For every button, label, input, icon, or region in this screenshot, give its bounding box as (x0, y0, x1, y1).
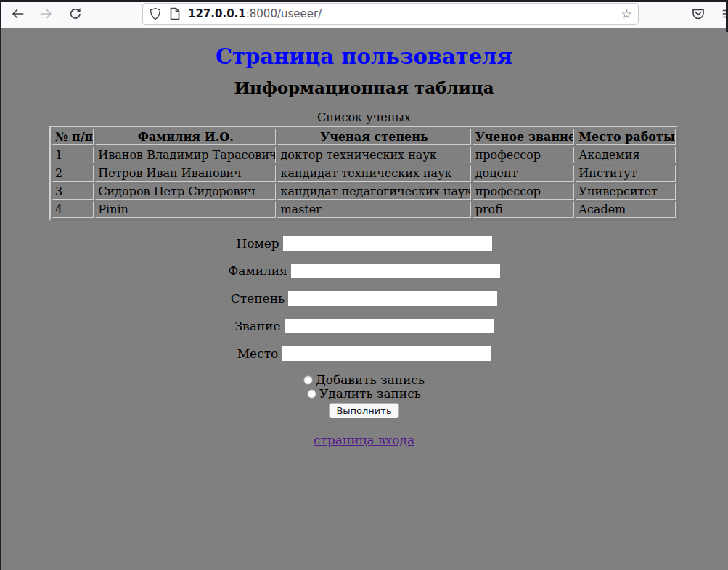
record-form: НомерФамилияСтепеньЗваниеМесто Добавить … (0, 235, 728, 418)
window-border-left (0, 0, 1, 570)
table-row: 3Сидоров Петр Сидоровичкандидат педагоги… (52, 183, 676, 200)
column-header: Ученое звание (473, 129, 575, 145)
shield-icon[interactable] (149, 7, 162, 20)
nav-button-group (10, 7, 97, 21)
table-cell: master (277, 201, 470, 218)
rank-label: Звание (234, 319, 280, 333)
table-cell: профессор (473, 183, 575, 200)
degree-label: Степень (231, 291, 285, 306)
back-button[interactable] (10, 7, 25, 21)
column-header: № п/п (52, 129, 94, 145)
forward-arrow-icon (39, 7, 54, 21)
table-cell: Академия (576, 147, 676, 163)
table-header-row: № п/пФамилия И.О.Ученая степеньУченое зв… (52, 129, 676, 145)
radio-group: Добавить записьУдалить запись (0, 373, 728, 401)
page-title: Страница пользователя (0, 44, 728, 69)
table-cell: Институт (576, 165, 676, 182)
browser-toolbar: 127.0.0.1:8000/useeer/ ☆ (0, 0, 728, 28)
place-label: Место (237, 346, 279, 361)
column-header: Ученая степень (277, 129, 470, 145)
page-info-icon[interactable] (169, 7, 181, 20)
number-input[interactable] (283, 236, 492, 251)
page-subtitle: Информационная таблица (0, 78, 728, 97)
url-path: :8000/useeer/ (246, 7, 322, 20)
rank-input[interactable] (285, 319, 494, 333)
footer-link-row: страница входа (0, 433, 728, 447)
surname-label: Фамилия (228, 264, 287, 278)
table-cell: 3 (52, 183, 94, 200)
back-arrow-icon (10, 7, 25, 21)
toolbar-right-group (691, 7, 728, 21)
login-page-link[interactable]: страница входа (314, 433, 414, 447)
table-cell: профессор (473, 147, 575, 163)
table-row: 4PininmasterprofiAcadem (52, 201, 676, 218)
form-fields: НомерФамилияСтепеньЗваниеМесто (0, 235, 728, 360)
form-row: Место (0, 346, 728, 360)
table-cell: Университет (576, 183, 676, 200)
table-cell: Academ (576, 201, 676, 218)
form-row: Звание (0, 318, 728, 333)
delete-record-radio-label: Удалить запись (319, 386, 421, 401)
submit-row: Выполнить (0, 403, 728, 418)
browser-window: 127.0.0.1:8000/useeer/ ☆ Страница пользо… (0, 0, 728, 570)
pocket-icon[interactable] (691, 7, 705, 21)
table-cell: доцент (473, 165, 575, 182)
table-cell: Сидоров Петр Сидорович (95, 183, 276, 200)
number-label: Номер (236, 236, 279, 251)
degree-input[interactable] (288, 291, 497, 306)
radio-row: Добавить запись (0, 373, 728, 387)
place-input[interactable] (282, 346, 491, 361)
delete-record-radio[interactable] (307, 389, 316, 399)
form-row: Степень (0, 290, 728, 305)
table-cell: Pinin (95, 201, 276, 218)
form-row: Фамилия (0, 263, 728, 277)
table-cell: Петров Иван Иванович (95, 165, 276, 182)
reload-button[interactable] (68, 7, 83, 21)
column-header: Место работы (576, 129, 676, 145)
table-cell: 4 (52, 201, 94, 218)
table-cell: кандидат технических наук (277, 165, 470, 182)
add-record-radio[interactable] (303, 375, 313, 385)
add-record-radio-label: Добавить запись (316, 372, 425, 387)
execute-button[interactable]: Выполнить (329, 403, 398, 418)
window-border-top (0, 0, 728, 2)
table-caption: Список ученых (49, 110, 679, 126)
table-row: 1Иванов Владимир Тарасовичдоктор техниче… (52, 147, 676, 163)
table-cell: доктор технических наук (277, 147, 470, 163)
table-cell: кандидат педагогических наук (277, 183, 470, 200)
page-content: Страница пользователя Информационная таб… (0, 44, 728, 447)
reload-icon (68, 7, 83, 21)
radio-row: Удалить запись (0, 387, 728, 401)
url-text[interactable]: 127.0.0.1:8000/useeer/ (188, 7, 621, 20)
url-host: 127.0.0.1 (188, 7, 246, 20)
forward-button[interactable] (39, 7, 54, 21)
table-cell: 2 (52, 165, 94, 182)
form-row: Номер (0, 235, 728, 250)
surname-input[interactable] (291, 264, 500, 278)
bookmark-star-icon[interactable]: ☆ (621, 8, 632, 20)
scientists-table: Список ученых № п/пФамилия И.О.Ученая ст… (49, 110, 679, 221)
table-cell: profi (473, 201, 575, 218)
table-cell: 1 (52, 147, 94, 163)
url-bar[interactable]: 127.0.0.1:8000/useeer/ ☆ (142, 3, 639, 25)
table-cell: Иванов Владимир Тарасович (95, 147, 276, 163)
table-body: 1Иванов Владимир Тарасовичдоктор техниче… (52, 147, 676, 218)
table-row: 2Петров Иван Ивановичкандидат технически… (52, 165, 676, 182)
column-header: Фамилия И.О. (95, 129, 276, 145)
